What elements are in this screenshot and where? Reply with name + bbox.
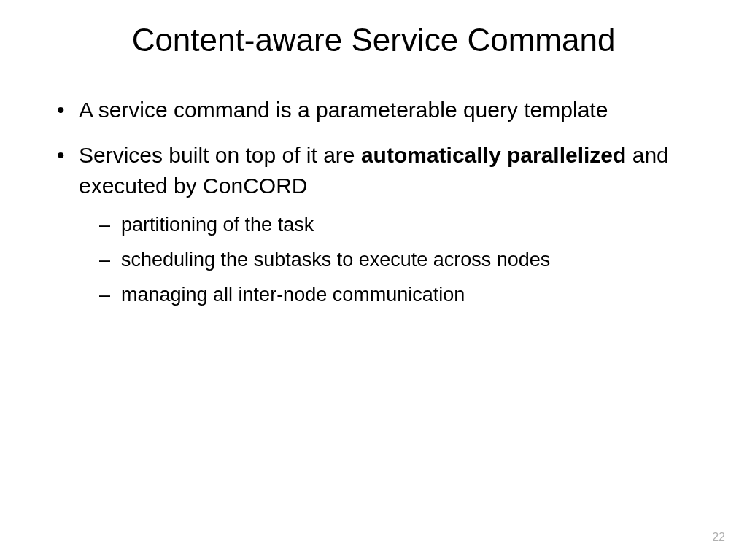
sub-bullet-item: partitioning of the task (79, 211, 696, 239)
bullet-text-pre: Services built on top of it are (79, 143, 361, 167)
slide-content: A service command is a parameterable que… (51, 95, 696, 308)
bullet-list-level1: A service command is a parameterable que… (51, 95, 696, 308)
bullet-item: A service command is a parameterable que… (51, 95, 696, 125)
slide-container: Content-aware Service Command A service … (0, 0, 747, 560)
bullet-list-level2: partitioning of the task scheduling the … (79, 211, 696, 308)
page-number: 22 (712, 531, 725, 544)
bullet-item: Services built on top of it are automati… (51, 140, 696, 308)
slide-title: Content-aware Service Command (51, 22, 696, 58)
sub-bullet-item: scheduling the subtasks to execute acros… (79, 246, 696, 274)
bullet-text-bold: automatically parallelized (361, 143, 626, 167)
sub-bullet-text: partitioning of the task (121, 214, 314, 236)
sub-bullet-item: managing all inter-node communication (79, 281, 696, 309)
sub-bullet-text: scheduling the subtasks to execute acros… (121, 249, 550, 271)
bullet-text: A service command is a parameterable que… (79, 98, 608, 122)
sub-bullet-text: managing all inter-node communication (121, 284, 465, 306)
